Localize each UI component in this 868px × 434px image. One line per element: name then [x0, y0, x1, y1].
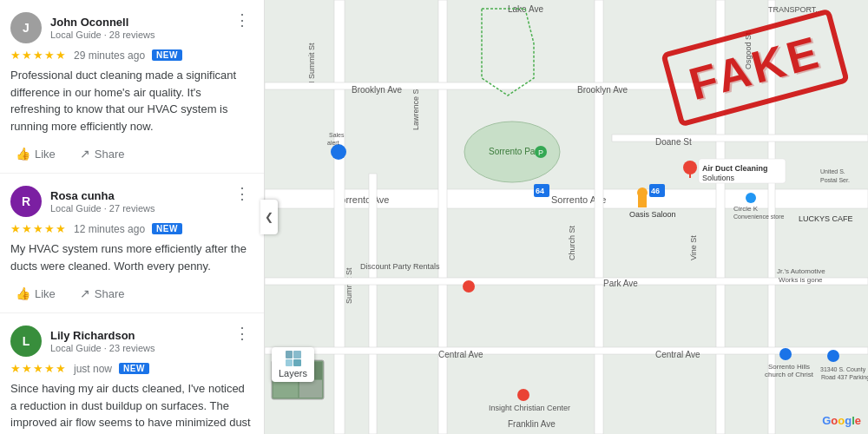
svg-point-40	[746, 193, 756, 203]
review-text: Professional duct cleaning made a signif…	[10, 67, 253, 135]
new-badge: NEW	[119, 363, 149, 374]
reviewer-name: Lily Richardson	[50, 329, 155, 344]
review-time: 29 minutes ago	[74, 49, 145, 62]
review-meta: ★★★★★ just now NEW	[10, 362, 253, 375]
share-label: Share	[95, 148, 125, 161]
svg-rect-22	[265, 82, 699, 89]
avatar: J	[10, 12, 42, 43]
like-icon: 👍	[16, 286, 30, 300]
reviewer-text-info: Rosa cunha Local Guide · 27 reviews	[50, 189, 155, 214]
svg-rect-69	[299, 380, 322, 398]
reviews-panel: J John Oconnell Local Guide · 28 reviews…	[0, 0, 265, 434]
svg-text:Park Ave: Park Ave	[603, 279, 638, 288]
svg-text:Brooklyn Ave: Brooklyn Ave	[577, 85, 628, 95]
svg-text:Jr.'s Automotive: Jr.'s Automotive	[777, 267, 825, 275]
svg-text:Brooklyn Ave: Brooklyn Ave	[352, 85, 403, 95]
svg-rect-8	[595, 0, 603, 434]
review-meta: ★★★★★ 12 minutes ago NEW	[10, 222, 253, 235]
svg-text:Lawrence St: Lawrence St	[411, 86, 420, 130]
svg-text:Works is gone: Works is gone	[779, 276, 823, 284]
more-options-button[interactable]: ⋮	[231, 186, 253, 201]
review-card-3: L Lily Richardson Local Guide · 23 revie…	[0, 313, 264, 434]
svg-text:Sorrento Hills: Sorrento Hills	[768, 363, 810, 371]
svg-text:46: 46	[651, 187, 660, 195]
share-icon: ↗	[80, 286, 90, 300]
svg-text:Franklin Ave: Franklin Ave	[508, 419, 556, 429]
more-options-button[interactable]: ⋮	[231, 326, 253, 341]
share-label: Share	[95, 287, 125, 300]
reviewer-text-info: Lily Richardson Local Guide · 23 reviews	[50, 329, 155, 354]
svg-text:Central Ave: Central Ave	[655, 350, 700, 359]
like-icon: 👍	[16, 147, 30, 161]
new-badge: NEW	[152, 49, 182, 61]
reviewer-info: J John Oconnell Local Guide · 28 reviews	[10, 12, 155, 43]
svg-point-57	[517, 389, 529, 401]
svg-text:Solutions: Solutions	[702, 174, 735, 182]
review-text: Since having my air ducts cleaned, I've …	[10, 380, 253, 434]
layers-label: Layers	[279, 368, 307, 378]
star-rating: ★★★★★	[10, 222, 67, 235]
svg-text:Summit St: Summit St	[345, 267, 353, 304]
svg-rect-10	[716, 0, 725, 434]
share-button[interactable]: ↗ Share	[75, 143, 130, 164]
layers-icon	[286, 351, 301, 366]
share-button[interactable]: ↗ Share	[75, 283, 130, 304]
reviewer-name: John Oconnell	[50, 16, 155, 30]
map-panel: Sorrento Ave Sorrento Ave N Summit St La…	[265, 0, 868, 434]
svg-text:Road 437 Parking: Road 437 Parking	[821, 374, 868, 381]
svg-rect-14	[369, 174, 377, 434]
svg-text:TRANSPORT...: TRANSPORT...	[768, 5, 822, 14]
svg-text:Insight Christian Center: Insight Christian Center	[489, 404, 570, 412]
star-rating: ★★★★★	[10, 362, 67, 375]
svg-text:Osgood St: Osgood St	[744, 32, 753, 69]
svg-text:LUCKYS CAFE: LUCKYS CAFE	[799, 214, 853, 223]
review-header: R Rosa cunha Local Guide · 27 reviews ⋮	[10, 186, 253, 217]
svg-text:Postal Ser.: Postal Ser.	[820, 177, 850, 183]
svg-point-54	[827, 350, 839, 362]
svg-text:Sales: Sales	[329, 132, 345, 138]
reviewer-name: Rosa cunha	[50, 189, 155, 204]
like-label: Like	[35, 148, 56, 161]
svg-rect-18	[265, 347, 868, 354]
star-rating: ★★★★★	[10, 49, 67, 62]
svg-text:K: K	[740, 189, 746, 197]
svg-text:Circle K: Circle K	[733, 205, 759, 213]
review-card-1: J John Oconnell Local Guide · 28 reviews…	[0, 0, 264, 174]
reviewer-info: R Rosa cunha Local Guide · 27 reviews	[10, 186, 155, 217]
google-logo: Google	[822, 414, 861, 427]
svg-point-38	[637, 187, 648, 198]
panel-toggle-arrow[interactable]: ❮	[260, 200, 278, 234]
svg-text:Vine St: Vine St	[689, 235, 698, 260]
svg-text:P: P	[538, 148, 543, 157]
svg-text:64: 64	[536, 187, 544, 195]
reviewer-text-info: John Oconnell Local Guide · 28 reviews	[50, 16, 155, 41]
svg-rect-25	[612, 135, 868, 141]
like-button[interactable]: 👍 Like	[10, 143, 61, 164]
review-time: just now	[74, 363, 112, 375]
svg-text:Convenience store: Convenience store	[733, 214, 784, 220]
review-text: My HVAC system runs more efficiently aft…	[10, 240, 253, 274]
reviewer-info: L Lily Richardson Local Guide · 23 revie…	[10, 326, 155, 357]
review-header: L Lily Richardson Local Guide · 23 revie…	[10, 326, 253, 357]
svg-rect-6	[438, 0, 447, 434]
svg-text:Church St: Church St	[568, 225, 576, 260]
svg-text:alert: alert	[327, 140, 339, 146]
review-meta: ★★★★★ 29 minutes ago NEW	[10, 49, 253, 62]
like-label: Like	[35, 287, 56, 300]
review-time: 12 minutes ago	[74, 223, 145, 235]
svg-text:31340 S. County: 31340 S. County	[820, 366, 866, 373]
svg-text:Doane St: Doane St	[655, 137, 692, 147]
more-options-button[interactable]: ⋮	[231, 12, 253, 28]
review-actions: 👍 Like ↗ Share	[10, 143, 253, 164]
avatar: L	[10, 326, 42, 357]
reviewer-level: Local Guide · 23 reviews	[50, 343, 155, 353]
svg-text:Air Duct Cleaning: Air Duct Cleaning	[702, 164, 768, 173]
like-button[interactable]: 👍 Like	[10, 283, 61, 304]
svg-text:N Summit St: N Summit St	[307, 43, 316, 87]
review-header: J John Oconnell Local Guide · 28 reviews…	[10, 12, 253, 43]
layers-button[interactable]: Layers	[272, 347, 314, 382]
svg-point-51	[779, 348, 792, 360]
reviewer-level: Local Guide · 27 reviews	[50, 203, 155, 214]
svg-text:Oasis Saloon: Oasis Saloon	[629, 210, 676, 219]
review-card-2: R Rosa cunha Local Guide · 27 reviews ⋮ …	[0, 174, 264, 313]
